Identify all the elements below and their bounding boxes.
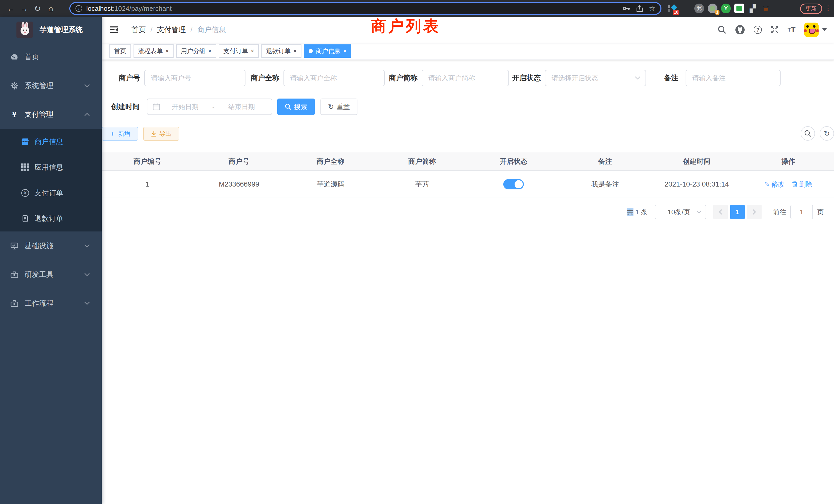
sidebar-item-workflow[interactable]: 工作流程 xyxy=(0,289,102,318)
chrome-update-button[interactable]: 更新 xyxy=(800,4,822,14)
extension-command-icon[interactable]: ⌘ xyxy=(694,4,704,13)
share-icon[interactable] xyxy=(637,5,643,12)
prev-page-button[interactable] xyxy=(713,205,728,219)
chevron-down-icon xyxy=(84,84,90,88)
sidebar-item-infrastructure[interactable]: 基础设施 xyxy=(0,231,102,260)
tab-refund-order[interactable]: 退款订单× xyxy=(261,44,302,58)
sidebar-item-refund-order[interactable]: 退款订单 xyxy=(0,206,102,231)
edit-link[interactable]: ✎ 修改 xyxy=(764,180,785,189)
close-icon[interactable]: × xyxy=(166,48,169,54)
column-header: 商户全称 xyxy=(285,157,376,166)
briefcase-icon xyxy=(10,299,19,307)
extension-badge: 1 xyxy=(715,10,720,15)
navbar-actions: ? TT xyxy=(718,23,827,37)
home-icon[interactable]: ⌂ xyxy=(44,4,58,13)
extension-yuque-icon[interactable]: Y xyxy=(721,4,731,13)
goto-page-input[interactable] xyxy=(790,205,813,219)
payment-submenu: 商户信息 应用信息 ¥ 支付订单 退款订单 xyxy=(0,129,102,231)
tab-label: 首页 xyxy=(114,47,126,55)
date-separator: - xyxy=(210,103,217,111)
column-header: 商户编号 xyxy=(102,157,193,166)
total-count: 共 1 条 xyxy=(627,208,648,216)
cell-full-name: 芋道源码 xyxy=(285,180,376,189)
font-size-icon[interactable]: TT xyxy=(788,25,795,34)
status-select[interactable]: 请选择开启状态 xyxy=(545,70,646,86)
merchant-no-input[interactable] xyxy=(144,70,245,86)
sidebar-item-home[interactable]: 首页 xyxy=(0,43,102,71)
browser-nav: ← → ↻ ⌂ xyxy=(0,4,58,13)
page-size-value: 10条/页 xyxy=(661,208,696,216)
date-range-picker[interactable]: 开始日期 - 结束日期 xyxy=(147,98,272,115)
password-key-icon[interactable] xyxy=(623,6,630,11)
add-button[interactable]: ＋ 新增 xyxy=(102,127,138,141)
extensions-puzzle-icon[interactable]: ▞ xyxy=(748,4,758,13)
github-icon[interactable] xyxy=(735,25,745,35)
extension-devtools-icon[interactable]: 10 xyxy=(667,4,677,13)
status-toggle[interactable] xyxy=(503,179,524,189)
extension-recorder-icon[interactable]: 1 xyxy=(708,4,718,13)
pencil-icon: ✎ xyxy=(764,180,770,188)
fullscreen-icon[interactable] xyxy=(771,26,779,34)
bookmark-star-icon[interactable]: ☆ xyxy=(649,5,655,12)
back-icon[interactable]: ← xyxy=(4,4,18,13)
site-info-icon[interactable]: i xyxy=(75,5,82,12)
page-size-select[interactable]: 10条/页 xyxy=(655,205,706,219)
column-header: 商户简称 xyxy=(376,157,468,166)
page-number-1[interactable]: 1 xyxy=(730,205,745,219)
briefcase-icon xyxy=(10,271,19,279)
sidebar-item-app-info[interactable]: 应用信息 xyxy=(0,155,102,180)
cell-remark: 我是备注 xyxy=(559,180,651,189)
sidebar-item-label: 系统管理 xyxy=(25,81,84,91)
close-icon[interactable]: × xyxy=(250,48,254,54)
breadcrumb: 首页 / 支付管理 / 商户信息 xyxy=(131,25,226,35)
goto-page: 前往 页 xyxy=(773,205,824,219)
gear-icon xyxy=(10,82,19,90)
next-page-button[interactable] xyxy=(747,205,762,219)
breadcrumb-payment[interactable]: 支付管理 xyxy=(157,25,186,35)
calendar-icon xyxy=(153,103,160,111)
sidebar-logo[interactable]: 芋道管理系统 xyxy=(0,17,102,43)
sidebar: 芋道管理系统 首页 系统管理 ¥ 支付管理 xyxy=(0,17,102,504)
tab-pay-order[interactable]: 支付订单× xyxy=(219,44,259,58)
short-name-input[interactable] xyxy=(422,70,509,86)
sidebar-item-merchant-info[interactable]: 商户信息 xyxy=(0,129,102,155)
forward-icon[interactable]: → xyxy=(18,4,31,13)
tab-process-form[interactable]: 流程表单× xyxy=(133,44,174,58)
delete-link[interactable]: 删除 xyxy=(792,180,812,189)
reset-button[interactable]: ↻ 重置 xyxy=(321,98,357,115)
chevron-down-icon xyxy=(84,244,90,248)
search-button[interactable]: 搜索 xyxy=(277,98,315,115)
browser-toolbar: ← → ↻ ⌂ i localhost:1024/pay/merchant ☆ … xyxy=(0,0,834,17)
sidebar-item-payment[interactable]: ¥ 支付管理 xyxy=(0,100,102,129)
reload-icon[interactable]: ↻ xyxy=(31,4,44,13)
tab-merchant-info[interactable]: 商户信息× xyxy=(304,44,351,58)
sidebar-item-system[interactable]: 系统管理 xyxy=(0,71,102,100)
profile-emoji-avatar[interactable] xyxy=(761,4,771,13)
date-end-placeholder: 结束日期 xyxy=(217,102,266,111)
extension-notes-icon[interactable] xyxy=(734,4,744,13)
close-icon[interactable]: × xyxy=(343,48,347,54)
sidebar-fold-icon[interactable] xyxy=(110,26,118,33)
close-icon[interactable]: × xyxy=(293,48,297,54)
search-icon[interactable] xyxy=(718,25,726,34)
column-header: 备注 xyxy=(559,157,651,166)
refresh-button[interactable]: ↻ xyxy=(820,126,834,141)
full-name-input[interactable] xyxy=(284,70,385,86)
avatar-caret-icon[interactable] xyxy=(822,28,827,31)
export-button[interactable]: 导出 xyxy=(143,127,179,141)
grid-icon xyxy=(21,163,29,171)
breadcrumb-home[interactable]: 首页 xyxy=(131,25,146,35)
user-avatar[interactable] xyxy=(804,23,818,37)
sidebar-item-pay-order[interactable]: ¥ 支付订单 xyxy=(0,180,102,206)
address-bar[interactable]: i localhost:1024/pay/merchant ☆ xyxy=(69,2,661,15)
tab-user-group[interactable]: 用户分组× xyxy=(176,44,216,58)
close-icon[interactable]: × xyxy=(208,48,212,54)
browser-menu-icon[interactable]: ⋮ xyxy=(825,4,831,12)
sidebar-item-dev-tools[interactable]: 研发工具 xyxy=(0,260,102,289)
show-search-button[interactable] xyxy=(800,126,815,141)
help-icon[interactable]: ? xyxy=(754,26,762,34)
remark-input[interactable] xyxy=(686,70,781,86)
extension-pin-icon[interactable] xyxy=(681,4,691,13)
tab-label: 用户分组 xyxy=(181,47,205,55)
tab-home[interactable]: 首页 xyxy=(109,44,131,58)
